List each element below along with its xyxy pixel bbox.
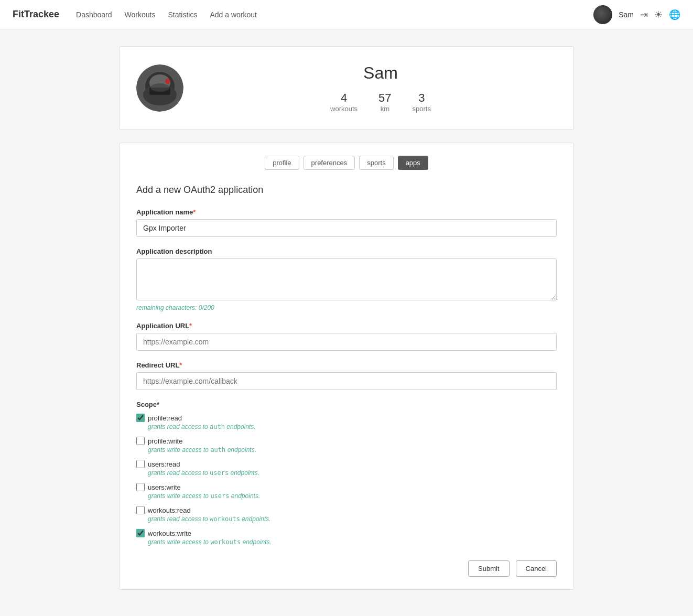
scope-checkbox-workouts-write[interactable] [136,529,145,537]
scope-checkbox-profile-read[interactable] [136,414,145,422]
form-title: Add a new OAuth2 application [136,185,557,196]
nav-links: Dashboard Workouts Statistics Add a work… [76,10,593,19]
scope-item-profile-write: profile:write grants write access to aut… [136,437,557,453]
navbar-username: Sam [619,10,634,19]
scope-checkbox-workouts-read[interactable] [136,506,145,514]
form-group-redirect: Redirect URL* [136,361,557,390]
stat-sports-label: sports [413,105,431,113]
profile-avatar [136,64,183,112]
tab-profile[interactable]: profile [265,156,299,170]
scope-name-profile-read: profile:read [148,414,182,422]
appurl-input[interactable] [136,333,557,351]
form-actions: Submit Cancel [136,560,557,577]
scope-title: Scope* [136,401,557,408]
nav-statistics[interactable]: Statistics [168,10,197,19]
scope-item-users-write: users:write grants write access to users… [136,483,557,500]
scope-item-profile-read: profile:read grants read access to auth … [136,414,557,430]
stat-sports-value: 3 [418,91,425,105]
svg-point-5 [150,83,169,92]
scope-section: Scope* profile:read grants read access t… [136,401,557,546]
tabs-card: profile preferences sports apps Add a ne… [119,143,574,590]
description-textarea[interactable] [136,258,557,300]
scope-name-users-write: users:write [148,483,181,491]
stat-km-value: 57 [378,91,391,105]
scope-item-users-read: users:read grants read access to users e… [136,460,557,477]
scope-checkbox-users-write[interactable] [136,483,145,491]
svg-point-6 [165,79,170,84]
avatar-helmet-icon [136,64,183,112]
stat-sports: 3 sports [413,91,431,113]
stat-km-label: km [381,105,389,113]
scope-name-workouts-read: workouts:read [148,506,191,514]
scope-desc-users-write: grants write access to users endpoints. [148,492,557,500]
avatar-image [593,5,612,24]
stat-workouts-label: workouts [330,105,358,113]
scope-checkbox-profile-write[interactable] [136,437,145,445]
profile-name: Sam [204,63,557,83]
redirect-input[interactable] [136,372,557,390]
scope-name-workouts-write: workouts:write [148,529,191,537]
description-label: Application description [136,247,557,255]
scope-desc-users-read: grants read access to users endpoints. [148,469,557,477]
scope-desc-workouts-write: grants write access to workouts endpoint… [148,538,557,546]
brand-logo[interactable]: FitTrackee [13,9,59,20]
char-count: remaining characters: 0/200 [136,304,557,311]
scope-desc-profile-write: grants write access to auth endpoints. [148,446,557,453]
profile-info: Sam 4 workouts 57 km 3 sports [204,63,557,113]
scope-desc-workouts-read: grants read access to workouts endpoints… [148,515,557,523]
profile-stats: 4 workouts 57 km 3 sports [204,91,557,113]
tab-apps[interactable]: apps [398,156,428,170]
tab-preferences[interactable]: preferences [304,156,355,170]
form-group-appurl: Application URL* [136,322,557,351]
page-content: Sam 4 workouts 57 km 3 sports profile pr [111,46,582,590]
scope-desc-profile-read: grants read access to auth endpoints. [148,423,557,430]
profile-card: Sam 4 workouts 57 km 3 sports [119,46,574,130]
appname-label: Application name* [136,208,557,216]
cancel-button[interactable]: Cancel [516,560,557,577]
scope-name-users-read: users:read [148,460,180,468]
appurl-label: Application URL* [136,322,557,330]
nav-add-workout[interactable]: Add a workout [210,10,257,19]
logout-icon[interactable]: ⇥ [640,9,648,20]
scope-item-workouts-read: workouts:read grants read access to work… [136,506,557,523]
stat-workouts-value: 4 [341,91,347,105]
redirect-label: Redirect URL* [136,361,557,369]
scope-name-profile-write: profile:write [148,437,182,445]
submit-button[interactable]: Submit [468,560,509,577]
footer: FitTrackee v0.7.27 • about • privacy pol… [0,607,693,616]
theme-icon[interactable]: ☀ [654,9,663,20]
scope-item-workouts-write: workouts:write grants write access to wo… [136,529,557,546]
nav-workouts[interactable]: Workouts [125,10,156,19]
stat-km: 57 km [378,91,391,113]
avatar[interactable] [593,5,612,24]
nav-dashboard[interactable]: Dashboard [76,10,112,19]
navbar-right: Sam ⇥ ☀ 🌐 [593,5,680,24]
form-group-description: Application description remaining charac… [136,247,557,311]
appname-input[interactable] [136,219,557,237]
tabs-row: profile preferences sports apps [136,156,557,170]
stat-workouts: 4 workouts [330,91,358,113]
tab-sports[interactable]: sports [359,156,393,170]
form-group-appname: Application name* [136,208,557,237]
navbar: FitTrackee Dashboard Workouts Statistics… [0,0,693,29]
language-icon[interactable]: 🌐 [669,9,680,20]
scope-checkbox-users-read[interactable] [136,460,145,468]
